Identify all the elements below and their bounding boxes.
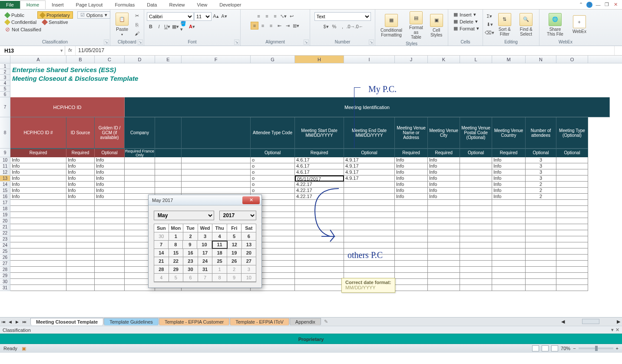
cell-J10[interactable]: Info: [395, 157, 428, 163]
cell-H28[interactable]: [295, 267, 344, 273]
cell-B25[interactable]: [66, 248, 95, 255]
dp-day[interactable]: 14: [154, 249, 169, 257]
cell-M17[interactable]: [492, 200, 526, 206]
row-4[interactable]: 4: [0, 80, 10, 86]
sort-filter-button[interactable]: ⇅Sort & Filter: [495, 12, 514, 37]
col-I[interactable]: I: [344, 56, 395, 63]
min-icon[interactable]: —: [595, 2, 601, 8]
autosum-icon[interactable]: Σ▾: [486, 13, 493, 20]
cell-L22[interactable]: [460, 230, 492, 236]
cell-A15[interactable]: Info: [10, 188, 66, 194]
cell-B24[interactable]: [66, 242, 95, 248]
cell-B28[interactable]: [66, 267, 95, 273]
row-3[interactable]: 3: [0, 75, 10, 80]
row-7[interactable]: 7: [0, 97, 10, 117]
row-13[interactable]: 13: [0, 175, 10, 182]
cell-L13[interactable]: [460, 175, 492, 182]
col-H[interactable]: H: [295, 56, 344, 63]
fx-icon[interactable]: fx: [65, 46, 76, 55]
cell-M29[interactable]: [492, 273, 526, 279]
cell-styles-button[interactable]: ▣Cell Styles: [427, 13, 446, 38]
row-2[interactable]: 2: [0, 69, 10, 75]
cell-K11[interactable]: Info: [428, 163, 460, 169]
formulas-tab[interactable]: Formulas: [109, 1, 141, 9]
cell-H30[interactable]: [295, 279, 344, 285]
cell-I18[interactable]: [344, 206, 395, 212]
cell-O31[interactable]: [556, 285, 588, 291]
cell-K29[interactable]: [428, 273, 460, 279]
ribbon-min-icon[interactable]: ⌃: [578, 2, 584, 8]
cell-M11[interactable]: Info: [492, 163, 526, 169]
row-30[interactable]: 30: [0, 279, 10, 285]
orientation-icon[interactable]: ⤡▾: [280, 12, 288, 20]
sheet-guidelines[interactable]: Template Guidelines: [104, 318, 159, 325]
cell-L18[interactable]: [460, 206, 492, 212]
cell-O22[interactable]: [556, 230, 588, 236]
cell-B27[interactable]: [66, 261, 95, 267]
number-format-select[interactable]: Text: [314, 12, 371, 21]
cell-J26[interactable]: [395, 255, 428, 261]
paste-button[interactable]: 📋 Paste▾: [113, 12, 131, 37]
row-5[interactable]: 5: [0, 86, 10, 92]
cell-K26[interactable]: [428, 255, 460, 261]
cell-H27[interactable]: [295, 261, 344, 267]
cell-B22[interactable]: [66, 230, 95, 236]
cell-M19[interactable]: [492, 212, 526, 218]
cell-I15[interactable]: [344, 188, 395, 194]
cell-J18[interactable]: [395, 206, 428, 212]
cell-L25[interactable]: [460, 248, 492, 255]
sheet-efpia-customer[interactable]: Template - EFPIA Customer: [159, 318, 229, 325]
cell-E13[interactable]: [155, 175, 182, 182]
dp-day[interactable]: 6: [242, 232, 256, 241]
view-normal-icon[interactable]: [532, 345, 539, 351]
cell-L28[interactable]: [460, 267, 492, 273]
proprietary-btn[interactable]: Proprietary: [37, 11, 73, 19]
cell-A18[interactable]: [10, 206, 66, 212]
cell-O10[interactable]: [556, 157, 588, 163]
cell-M24[interactable]: [492, 242, 526, 248]
number-launcher[interactable]: ↘: [369, 40, 374, 45]
dp-day[interactable]: 25: [212, 257, 227, 265]
namebox-dropdown-icon[interactable]: ▾: [60, 48, 65, 53]
data-tab[interactable]: Data: [141, 1, 163, 9]
format-table-button[interactable]: ▤Format as Table: [407, 10, 426, 40]
cell-C17[interactable]: [95, 200, 125, 206]
hscroll-thumb[interactable]: [582, 319, 599, 324]
options-dropdown[interactable]: ☑Options▾: [77, 11, 110, 19]
cell-B31[interactable]: [66, 285, 95, 291]
cell-K15[interactable]: Info: [428, 188, 460, 194]
cell-K31[interactable]: [428, 285, 460, 291]
cell-A17[interactable]: [10, 200, 66, 206]
row-6[interactable]: 6: [0, 92, 10, 97]
cell-N23[interactable]: [526, 236, 556, 242]
classbar-close-icon[interactable]: ✕: [615, 327, 619, 333]
shrink-font-icon[interactable]: A▾: [220, 12, 228, 20]
cell-L27[interactable]: [460, 261, 492, 267]
cell-N22[interactable]: [526, 230, 556, 236]
hscroll-left-icon[interactable]: ◀: [561, 319, 565, 324]
cell-C23[interactable]: [95, 236, 125, 242]
col-M[interactable]: M: [492, 56, 526, 63]
insert-cells-button[interactable]: ▦ Insert ▾: [451, 11, 479, 18]
cell-H12[interactable]: 4.6.17: [295, 169, 344, 175]
row-18[interactable]: 18: [0, 206, 10, 212]
cell-C10[interactable]: Info: [95, 157, 125, 163]
cell-L17[interactable]: [460, 200, 492, 206]
col-L[interactable]: L: [460, 56, 492, 63]
cell-O27[interactable]: [556, 261, 588, 267]
cell-A10[interactable]: Info: [10, 157, 66, 163]
cell-M27[interactable]: [492, 261, 526, 267]
cell-J24[interactable]: [395, 242, 428, 248]
select-all[interactable]: [0, 56, 10, 63]
classification-launcher[interactable]: ↘: [104, 40, 109, 45]
cell-F15[interactable]: [182, 188, 251, 194]
cell-O29[interactable]: [556, 273, 588, 279]
cell-B13[interactable]: Info: [66, 175, 95, 182]
cell-C21[interactable]: [95, 224, 125, 230]
dp-day[interactable]: 2: [183, 232, 198, 241]
dec-decimal-icon[interactable]: .0←: [355, 23, 363, 30]
share-file-button[interactable]: 🌐Share This File: [542, 12, 568, 37]
dp-day[interactable]: 3: [242, 265, 256, 274]
merge-icon[interactable]: ⊞▾: [292, 22, 300, 30]
cell-M16[interactable]: Info: [492, 194, 526, 200]
